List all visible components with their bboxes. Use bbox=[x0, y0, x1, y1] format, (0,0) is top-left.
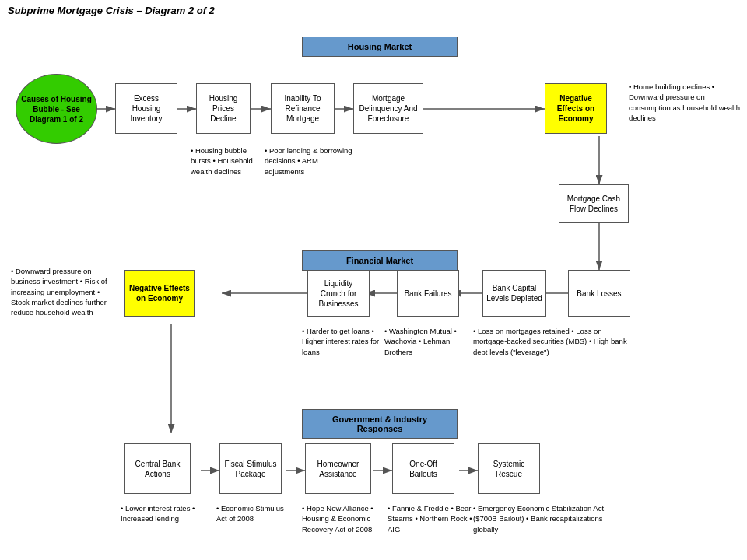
causes-box: Causes of Housing Bubble - See Diagram 1… bbox=[16, 74, 97, 144]
housing-prices-box: Housing Prices Decline bbox=[196, 83, 251, 134]
negative-effects-left-box: Negative Effects on Economy bbox=[124, 270, 195, 317]
neg-effects-left-annotation: • Downward pressure on business investme… bbox=[11, 266, 120, 317]
liquidity-annotation: • Harder to get loans • Higher interest … bbox=[302, 326, 380, 357]
excess-housing-box: Excess Housing Inventory bbox=[115, 83, 177, 134]
systemic-rescue-box: Systemic Rescue bbox=[478, 443, 540, 494]
homeowner-assistance-box: Homeowner Assistance bbox=[305, 443, 371, 494]
bank-capital-annotation: • Loss on mortgages retained • Loss on m… bbox=[473, 326, 629, 357]
mortgage-cashflow-box: Mortgage Cash Flow Declines bbox=[559, 184, 629, 223]
liquidity-crunch-box: Liquidity Crunch for Businesses bbox=[307, 270, 370, 317]
central-bank-annotation: • Lower interest rates • Increased lendi… bbox=[121, 503, 210, 524]
systemic-annotation: • Emergency Economic Stabilization Act (… bbox=[473, 503, 629, 534]
central-bank-box: Central Bank Actions bbox=[124, 443, 191, 494]
bank-capital-box: Bank Capital Levels Depleted bbox=[482, 270, 546, 317]
housing-prices-annotation: • Housing bubble bursts • Household weal… bbox=[191, 145, 268, 177]
fiscal-annotation: • Economic Stimulus Act of 2008 bbox=[216, 503, 294, 524]
government-header: Government & Industry Responses bbox=[302, 409, 458, 439]
diagram-container: Housing Market Financial Market Governme… bbox=[0, 21, 747, 560]
inability-refinance-box: Inability To Refinance Mortgage bbox=[271, 83, 335, 134]
homeowner-annotation: • Hope Now Alliance • Housing & Economic… bbox=[302, 503, 395, 534]
mortgage-delinquency-box: Mortgage Delinquency And Foreclosure bbox=[353, 83, 423, 134]
one-off-annotation: • Fannie & Freddie • Bear Stearns • Nort… bbox=[388, 503, 473, 534]
fiscal-stimulus-box: Fiscal Stimulus Package bbox=[219, 443, 282, 494]
negative-effects-top-box: Negative Effects on Economy bbox=[545, 83, 607, 134]
bank-failures-box: Bank Failures bbox=[397, 270, 459, 317]
neg-effects-top-annotation: • Home building declines • Downward pres… bbox=[629, 82, 742, 123]
bank-failures-annotation: • Washington Mutual • Wachovia • Lehman … bbox=[384, 326, 478, 357]
housing-market-header: Housing Market bbox=[302, 37, 458, 57]
inability-annotation: • Poor lending & borrowing decisions • A… bbox=[265, 145, 354, 177]
bank-losses-box: Bank Losses bbox=[568, 270, 630, 317]
financial-market-header: Financial Market bbox=[302, 250, 458, 271]
one-off-bailouts-box: One-Off Bailouts bbox=[392, 443, 454, 494]
page-title: Subprime Mortgage Crisis – Diagram 2 of … bbox=[0, 0, 747, 21]
